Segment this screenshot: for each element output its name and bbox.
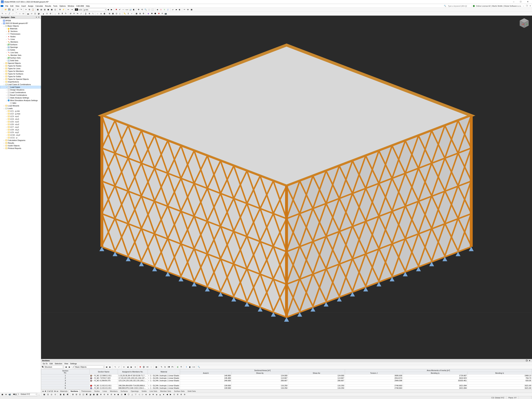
layout-2-button[interactable]: ▣ [47,8,50,11]
fe-mesh-button[interactable]: ▩ [135,12,138,15]
bottom-toggle-14[interactable]: ◎ [120,393,123,396]
zoom-all-button[interactable]: ⛶ [151,8,154,11]
tree-printout-reports[interactable]: ›Printout Reports [0,147,41,150]
display-button[interactable]: ▦ [190,8,193,11]
camera-button[interactable]: 📷 [164,12,167,15]
open-button[interactable]: 📂 [4,8,7,11]
bottom-toggle-28[interactable]: ▶ [169,393,172,396]
tree-lc3---w-x1[interactable]: ›LC3 - w,x1 [0,115,41,118]
tab-solid-sets[interactable]: Solid Sets [186,390,197,393]
bottom-toggle-22[interactable]: ⬗ [148,393,151,396]
bottom-toggle-24[interactable]: ⬙ [155,393,158,396]
support-button[interactable]: ▲ [42,12,45,15]
tree-lc10---st-y2[interactable]: ›LC10 - st,y2 [0,134,41,136]
sections-menu-settings[interactable]: Settings [70,362,77,365]
rotate-button[interactable]: ⟲ [140,8,144,11]
undo-button[interactable]: ↶ [16,8,19,11]
connect-button[interactable]: ⊕ [88,12,91,15]
tree-line-sets[interactable]: ›Line Sets [0,51,41,54]
align-left-button[interactable]: ⇤ [67,8,70,11]
tab-lines[interactable]: Lines [101,390,108,393]
tree-basic-objects[interactable]: ⌄Basic Objects [0,25,41,27]
tree-lc6---st-x2[interactable]: ›LC6 - st,x2 [0,123,41,126]
bottom-toggle-15[interactable]: ⬢ [124,393,127,396]
section-props-button[interactable]: ◧ [188,365,192,369]
visibility-button[interactable]: 👁 [186,8,190,11]
tree-materials[interactable]: ›Materials [0,27,41,30]
combo1-next-button[interactable]: ▶ [68,365,71,369]
save-button[interactable]: 💾 [8,8,11,11]
tree-load-cases---combinations[interactable]: ⌄Load Cases & Combinations [0,83,41,86]
tree-sections[interactable]: ›Sections [0,30,41,32]
tree-lc4---st-x1[interactable]: ›LC4 - st,x1 [0,118,41,120]
tree-lines[interactable]: ›Lines [0,38,41,41]
model-viewport[interactable]: +X -Y [41,16,532,359]
solid-button[interactable]: ▰ [175,8,178,11]
tree-types-for-surfaces[interactable]: ›Types for Surfaces [0,72,41,75]
table-row[interactable]: 3▾ R_M1 6.299/39.370123,124,129,130,132,… [41,379,532,382]
menu-cadbim[interactable]: CAD-BIM [75,5,85,7]
bottom-toggle-16[interactable]: ⬡ [127,393,130,396]
print-button[interactable]: 🖨 [11,8,14,11]
tree-wind-simulation-analysis-settings[interactable]: ⌄Wind Simulation Analysis Settings [0,99,41,102]
last-row-button[interactable]: ⇥ [133,365,137,369]
bottom-toggle-1[interactable]: ⊟ [75,393,78,396]
snap-obj-button[interactable]: ◎ [50,393,53,396]
section-box-button[interactable]: ◧ [103,12,106,15]
menu-tools[interactable]: Tools [52,5,58,7]
delete-row-button[interactable]: ✖ [139,365,142,369]
tree-members[interactable]: ›Members [0,41,41,43]
table-row[interactable]: 5▾ R_M1 11.811/11.811248,264,454,659-714… [41,384,532,387]
tree-rfem[interactable]: RFEM [0,19,41,22]
table-row[interactable]: 6▾ R_M1 11.811/11.811848,863,878,1140-11… [41,387,532,389]
bottom-toggle-5[interactable]: ◪ [89,393,92,396]
z-view-button[interactable]: Z [166,8,170,11]
member-button[interactable]: ▬ [26,12,30,15]
bottom-toggle-6[interactable]: ▦ [92,393,95,396]
mdi-restore-button[interactable]: ❐ [526,5,528,7]
coordinate-system-combo[interactable]: 1 - Global XYZ [17,393,37,396]
bottom-toggle-12[interactable]: ◈ [113,393,116,396]
layout-4-button[interactable]: ◫ [54,8,57,11]
app-menu-icon[interactable] [1,5,3,7]
panel-toggle-button[interactable]: ▣ [1,393,4,396]
mesh-refine-button[interactable]: ⊞ [138,12,142,15]
keyword-search[interactable] [447,5,470,7]
snap-grid-button[interactable]: ⊡ [46,393,50,396]
iso-view-button[interactable]: ◈ [156,8,159,11]
view-button[interactable]: ▤ [40,8,43,11]
bottom-toggle-25[interactable]: ▲ [158,393,162,396]
zoom-window-button[interactable]: ⬚ [147,8,151,11]
reinforcement-button[interactable]: ⊞ [108,12,111,15]
tab-next-button[interactable]: ▶ [54,390,56,392]
tree-lc2---g-max[interactable]: ›LC2 - g max [0,112,41,115]
release-button[interactable]: ⊘ [49,12,52,15]
text-button[interactable]: A [99,12,103,15]
tab-line-sets[interactable]: Line Sets [148,390,159,393]
navigator-close-button[interactable]: ✕ [38,16,40,18]
mdi-close-button[interactable]: ✕ [529,5,531,7]
tree-lc9---w-y2[interactable]: ›LC9 - w,y2 [0,131,41,134]
node-button[interactable]: • [4,12,7,15]
bottom-toggle-17[interactable]: △ [131,393,134,396]
align-right-button[interactable]: ⇥ [70,8,74,11]
zoom-button[interactable]: 🔍 [144,8,147,11]
paste-button[interactable]: 📋 [31,8,35,11]
tab-surfaces[interactable]: Surfaces [119,390,129,393]
mesh-settings-button[interactable]: ⚙ [142,12,145,15]
tree-static-analysis-settings[interactable]: ›Static Analysis Settings [0,96,41,99]
tree-load-cases[interactable]: ›Load Cases [0,86,41,89]
tree-lc11---p[interactable]: ›LC11 - p [0,136,41,139]
measure-button[interactable]: 📏 [123,12,126,15]
y-view-button[interactable]: Y [163,8,166,11]
tree-lc5---w-x2[interactable]: ›LC5 - w,x2 [0,120,41,123]
cs-settings-button[interactable]: … [38,393,41,396]
tree-types-for-solids[interactable]: ›Types for Solids [0,75,41,78]
tab-prev-button[interactable]: ◀ [44,390,46,392]
tree-results[interactable]: ›Results [0,142,41,144]
basic-objects-combo[interactable]: Basic Objects [75,365,104,368]
combo1-prev-button[interactable]: ◀ [64,365,68,369]
bottom-toggle-4[interactable]: ◩ [85,393,89,396]
combo2-next-button[interactable]: ▶ [108,365,112,369]
rotate-copy-button[interactable]: ⟳ [72,12,76,15]
